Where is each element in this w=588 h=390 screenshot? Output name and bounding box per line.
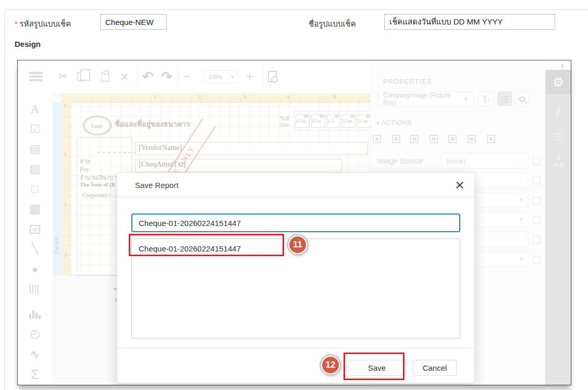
summary-tool-icon[interactable]: Σ: [28, 368, 42, 381]
cancel-button[interactable]: Cancel: [413, 360, 457, 376]
toolbar-separator: [178, 67, 178, 86]
highlight-rect-step-11: [129, 234, 284, 256]
property-checkbox[interactable]: [533, 217, 540, 224]
dialog-header: Save Report: [117, 173, 474, 197]
detail-band-label: Detail: [53, 237, 59, 255]
action-send-to-back-icon[interactable]: [468, 135, 476, 143]
property-checkbox[interactable]: [533, 236, 540, 244]
action-center-vertically-icon[interactable]: [430, 135, 438, 143]
property-checkbox[interactable]: [533, 197, 540, 204]
shape-tool-icon[interactable]: ●: [28, 262, 42, 276]
cheque-amount-field[interactable]: [CheqAmntTxt]: [135, 159, 342, 172]
action-original-size-icon[interactable]: [487, 135, 495, 143]
function-icon: f: [556, 105, 560, 119]
cut-icon[interactable]: ✂: [58, 69, 68, 84]
action-bring-to-front-icon[interactable]: [448, 135, 457, 143]
close-icon[interactable]: [455, 181, 464, 190]
amount-label-en: The Sum of (B: [80, 181, 115, 187]
pay-label-th: จ่าย: [80, 156, 91, 166]
image-source-label: Image Source: [377, 157, 423, 165]
comb-cell[interactable]: [Che: [358, 115, 371, 128]
chevron-down-icon: ▼: [519, 217, 524, 222]
picture-box-tool-icon[interactable]: ▨: [28, 162, 42, 176]
toolbar-separator: [263, 67, 263, 86]
property-checkbox[interactable]: [533, 177, 540, 184]
zoom-level-value: 100%: [208, 74, 223, 80]
collapse-panel-chevron-icon[interactable]: ›: [561, 61, 564, 70]
menu-icon[interactable]: [29, 69, 43, 84]
gauge-tool-icon[interactable]: ◴: [28, 327, 42, 341]
dialog-footer: Save Cancel: [117, 348, 474, 383]
dialog-title: Save Report: [135, 173, 178, 197]
date-comb-field[interactable]: [Che [Che [Ch [Che [Che: [294, 111, 371, 130]
label-tool-icon[interactable]: A: [28, 102, 42, 116]
grouped-view-button[interactable]: [497, 92, 512, 106]
report-name-input[interactable]: [131, 213, 460, 232]
properties-title: PROPERTIES: [383, 78, 432, 85]
report-designer: ✂ × ↶ ↷ − 100% ▼ + A ☑ ▤ ▨ □ ▦ ab ╲ ● ◴ …: [17, 60, 571, 385]
vertical-ruler: 0 1 2 3: [62, 103, 71, 275]
search-properties-button[interactable]: [514, 92, 529, 106]
zoom-in-icon[interactable]: +: [246, 69, 253, 84]
search-icon: [519, 96, 525, 102]
actions-section-header[interactable]: ▼ ACTIONS: [375, 119, 412, 127]
control-selector-value: CompanyImage (Picture Box): [383, 92, 463, 106]
paste-icon[interactable]: [101, 69, 109, 84]
tab-expressions[interactable]: f: [545, 101, 571, 122]
copy-icon[interactable]: [77, 69, 85, 84]
chevron-down-icon: ▼: [519, 257, 524, 262]
comb-cell[interactable]: [Che: [311, 115, 325, 128]
chart-tool-icon[interactable]: [28, 308, 42, 321]
database-icon: [554, 132, 563, 141]
image-source-checkbox[interactable]: [533, 158, 540, 165]
ellipsis-button[interactable]: ...: [517, 157, 524, 165]
line-tool-icon[interactable]: ╲: [28, 242, 42, 256]
zoom-out-icon[interactable]: −: [183, 69, 190, 84]
comb-cell[interactable]: [Ch: [327, 115, 341, 128]
cheque-code-input[interactable]: [100, 14, 167, 30]
sitemap-icon: [553, 156, 564, 167]
save-report-dialog: Save Report Cheque-01-20260224151447 Sav…: [117, 172, 475, 383]
check-box-tool-icon[interactable]: ☑: [28, 122, 42, 136]
tab-field-list[interactable]: [545, 126, 571, 147]
barcode-tool-icon[interactable]: [28, 282, 42, 296]
chevron-down-icon: ▼: [519, 197, 524, 203]
sparkline-tool-icon[interactable]: ∿: [28, 348, 42, 361]
delete-icon[interactable]: ×: [120, 69, 128, 84]
tab-report-explorer[interactable]: [545, 151, 571, 172]
tab-properties[interactable]: ⚙: [545, 70, 571, 94]
redo-icon[interactable]: ↷: [161, 69, 173, 84]
cheque-name-input[interactable]: [384, 14, 555, 30]
zoom-level-select[interactable]: 100% ▼: [204, 70, 239, 83]
detail-band-strip[interactable]: Detail: [53, 103, 62, 275]
required-asterisk: *: [15, 20, 17, 28]
design-section-title: Design: [15, 40, 41, 48]
logo-placeholder[interactable]: Logo: [83, 116, 112, 135]
side-tab-strip: ⚙ f: [545, 70, 571, 385]
property-checkbox[interactable]: [533, 256, 540, 263]
sort-az-button[interactable]: AZ↓: [479, 92, 495, 106]
print-preview-icon[interactable]: [268, 69, 277, 84]
action-fit-to-container-icon[interactable]: [373, 135, 381, 143]
grouped-view-icon: [501, 95, 508, 103]
panel-tool-icon[interactable]: □: [28, 182, 42, 196]
corporate-label[interactable]: Corporate /: [82, 192, 111, 199]
character-comb-tool-icon[interactable]: ab: [28, 222, 42, 236]
action-center-horizontally-icon[interactable]: [410, 135, 419, 143]
control-selector-dropdown[interactable]: CompanyImage (Picture Box) ▼: [377, 92, 474, 106]
table-tool-icon[interactable]: ▦: [28, 202, 42, 216]
hamburger-icon: [29, 72, 43, 81]
vendor-name-field[interactable]: [VendorName]: [135, 142, 368, 155]
comb-cell[interactable]: [Che: [342, 115, 356, 128]
action-fit-bounds-icon[interactable]: [392, 135, 400, 143]
undo-icon[interactable]: ↶: [142, 69, 154, 84]
rich-text-tool-icon[interactable]: ▤: [28, 142, 42, 156]
chevron-down-icon: ▼: [230, 74, 235, 80]
date-label[interactable]: วันที่ Date: [279, 116, 289, 128]
image-source-field[interactable]: (none) ...: [442, 153, 529, 169]
bank-name-text[interactable]: ชื่อและที่อยู่ของธนาคาร: [115, 118, 190, 130]
comb-cell[interactable]: [Che: [296, 115, 310, 128]
cheque-code-label: *รหัสรูปแบบเช็ค: [15, 18, 71, 30]
pay-label-en: Pay: [80, 166, 89, 173]
highlight-rect-step-12: [344, 353, 405, 380]
